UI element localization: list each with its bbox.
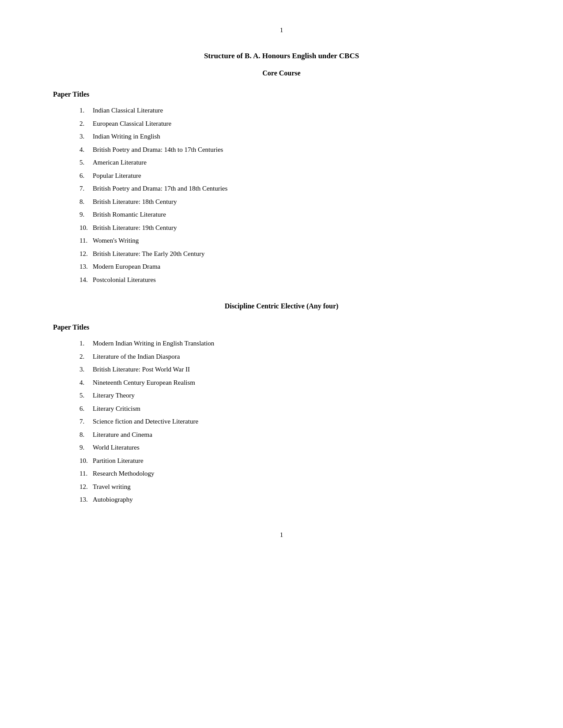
list-title: Modern European Drama xyxy=(93,263,160,270)
list-title: Literary Theory xyxy=(93,392,135,399)
list-number: 12. xyxy=(79,482,93,492)
list-item: 3.British Literature: Post World War II xyxy=(79,364,510,375)
list-title: British Literature: Post World War II xyxy=(93,366,190,373)
list-title: Science fiction and Detective Literature xyxy=(93,418,198,425)
list-number: 7. xyxy=(79,417,93,427)
elective-papers-list: 1.Modern Indian Writing in English Trans… xyxy=(53,338,510,505)
list-title: Nineteenth Century European Realism xyxy=(93,379,195,386)
list-item: 2.Literature of the Indian Diaspora xyxy=(79,352,510,362)
list-number: 2. xyxy=(79,119,93,129)
list-number: 7. xyxy=(79,184,93,194)
list-title: Popular Literature xyxy=(93,172,141,179)
list-title: Indian Writing in English xyxy=(93,133,160,140)
list-title: World Literatures xyxy=(93,444,140,451)
list-title: Travel writing xyxy=(93,483,131,490)
list-number: 14. xyxy=(79,275,93,285)
list-item: 12.Travel writing xyxy=(79,482,510,492)
list-item: 4.Nineteenth Century European Realism xyxy=(79,378,510,388)
list-title: Women's Writing xyxy=(93,237,139,244)
list-title: Research Methodology xyxy=(93,470,155,477)
page-number-top: 1 xyxy=(53,26,510,34)
list-number: 6. xyxy=(79,404,93,414)
page-number-bottom: 1 xyxy=(53,531,510,539)
core-paper-titles-heading: Paper Titles xyxy=(53,90,510,98)
list-number: 9. xyxy=(79,443,93,453)
list-item: 11.Women's Writing xyxy=(79,236,510,246)
list-number: 4. xyxy=(79,378,93,388)
list-item: 5.Literary Theory xyxy=(79,390,510,401)
list-title: British Literature: 18th Century xyxy=(93,198,177,205)
core-papers-list: 1.Indian Classical Literature2.European … xyxy=(53,105,510,285)
list-item: 1.Modern Indian Writing in English Trans… xyxy=(79,338,510,349)
list-title: Literature of the Indian Diaspora xyxy=(93,353,180,360)
list-number: 11. xyxy=(79,236,93,246)
list-item: 8.Literature and Cinema xyxy=(79,430,510,440)
list-number: 10. xyxy=(79,223,93,233)
list-number: 4. xyxy=(79,145,93,155)
elective-paper-titles-heading: Paper Titles xyxy=(53,323,510,331)
list-number: 12. xyxy=(79,249,93,259)
core-section-title: Core Course xyxy=(53,69,510,77)
list-number: 5. xyxy=(79,390,93,401)
main-title: Structure of B. A. Honours English under… xyxy=(53,52,510,60)
list-number: 13. xyxy=(79,495,93,505)
list-item: 4.British Poetry and Drama: 14th to 17th… xyxy=(79,145,510,155)
list-number: 3. xyxy=(79,364,93,375)
list-title: Literary Criticism xyxy=(93,405,140,412)
list-number: 13. xyxy=(79,262,93,272)
list-title: Indian Classical Literature xyxy=(93,107,163,114)
list-title: Partition Literature xyxy=(93,457,144,464)
list-title: British Literature: 19th Century xyxy=(93,224,177,231)
list-item: 9.World Literatures xyxy=(79,443,510,453)
list-number: 5. xyxy=(79,158,93,168)
list-title: British Poetry and Drama: 17th and 18th … xyxy=(93,185,227,192)
list-title: European Classical Literature xyxy=(93,120,171,127)
list-title: British Romantic Literature xyxy=(93,211,166,218)
list-title: Literature and Cinema xyxy=(93,431,152,438)
list-item: 14.Postcolonial Literatures xyxy=(79,275,510,285)
elective-section-title: Discipline Centric Elective (Any four) xyxy=(53,302,510,310)
list-number: 11. xyxy=(79,469,93,479)
list-item: 6.Popular Literature xyxy=(79,171,510,181)
list-title: Autobiography xyxy=(93,496,133,503)
list-item: 8.British Literature: 18th Century xyxy=(79,197,510,207)
list-item: 13.Autobiography xyxy=(79,495,510,505)
list-title: British Literature: The Early 20th Centu… xyxy=(93,250,204,257)
list-item: 12.British Literature: The Early 20th Ce… xyxy=(79,249,510,259)
list-item: 10.British Literature: 19th Century xyxy=(79,223,510,233)
list-item: 2.European Classical Literature xyxy=(79,119,510,129)
list-item: 3.Indian Writing in English xyxy=(79,131,510,142)
list-title: American Literature xyxy=(93,159,147,166)
list-title: Modern Indian Writing in English Transla… xyxy=(93,340,214,347)
list-number: 10. xyxy=(79,456,93,466)
list-item: 11.Research Methodology xyxy=(79,469,510,479)
list-item: 5.American Literature xyxy=(79,158,510,168)
list-number: 2. xyxy=(79,352,93,362)
list-number: 8. xyxy=(79,197,93,207)
list-number: 9. xyxy=(79,210,93,220)
list-item: 6.Literary Criticism xyxy=(79,404,510,414)
list-item: 1.Indian Classical Literature xyxy=(79,105,510,116)
list-number: 6. xyxy=(79,171,93,181)
list-number: 8. xyxy=(79,430,93,440)
list-item: 9.British Romantic Literature xyxy=(79,210,510,220)
list-item: 7.Science fiction and Detective Literatu… xyxy=(79,417,510,427)
list-item: 7.British Poetry and Drama: 17th and 18t… xyxy=(79,184,510,194)
list-number: 3. xyxy=(79,131,93,142)
list-item: 10.Partition Literature xyxy=(79,456,510,466)
list-number: 1. xyxy=(79,338,93,349)
list-item: 13.Modern European Drama xyxy=(79,262,510,272)
list-title: Postcolonial Literatures xyxy=(93,276,156,283)
list-title: British Poetry and Drama: 14th to 17th C… xyxy=(93,146,223,153)
list-number: 1. xyxy=(79,105,93,116)
